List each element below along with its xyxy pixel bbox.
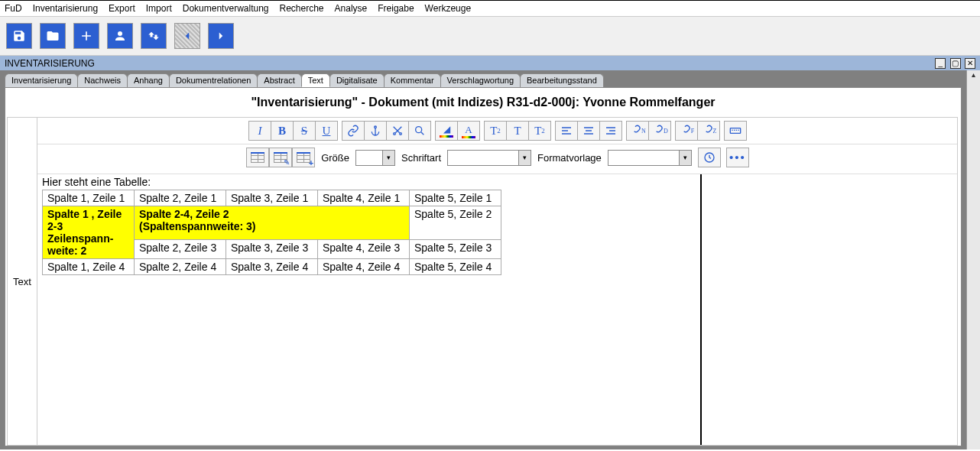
tab-bearbeitungsstand[interactable]: Bearbeitungsstand	[520, 73, 604, 87]
strikethrough-button[interactable]: S	[293, 121, 316, 141]
add-button[interactable]	[73, 23, 99, 49]
menubar: FuD Inventarisierung Export Import Dokum…	[0, 1, 980, 16]
table-row: Spalte 1, Zeile 1 Spalte 2, Zeile 1 Spal…	[43, 190, 501, 206]
svg-rect-4	[730, 128, 740, 134]
table-row: Spalte 1, Zeile 4 Spalte 2, Zeile 4 Spal…	[43, 259, 501, 275]
style-label: Formatvorlage	[537, 152, 602, 164]
editor-toolbar-row2: ✎ + Größe ▾ Schriftart ▾ Formatvorlage ▾…	[37, 144, 957, 174]
svg-rect-6	[734, 130, 735, 131]
tab-strip: Inventarisierung Nachweis Anhang Dokumen…	[5, 73, 962, 87]
tab-abstract[interactable]: Abstract	[257, 73, 301, 87]
menu-analyse[interactable]: Analyse	[335, 3, 368, 14]
editor-toolbar: I B S U ◢ A	[37, 118, 957, 144]
tab-verschlagwortung[interactable]: Verschlagwortung	[440, 73, 521, 87]
italic-button[interactable]: I	[248, 121, 271, 141]
table-cell[interactable]: Spalte 5, Zeile 4	[410, 259, 501, 275]
link-d-button[interactable]: D	[648, 121, 671, 141]
tab-text[interactable]: Text	[301, 73, 330, 87]
menu-werkzeuge[interactable]: Werkzeuge	[425, 3, 471, 14]
align-center-button[interactable]	[577, 121, 600, 141]
left-text-label: Text	[7, 117, 37, 446]
menu-inventarisierung[interactable]: Inventarisierung	[33, 3, 98, 14]
align-left-button[interactable]	[555, 121, 578, 141]
cut-button[interactable]	[386, 121, 409, 141]
text-color-button[interactable]: A	[457, 121, 480, 141]
document-title: "Inventarisierung" - Dokument (mit Indiz…	[8, 91, 958, 117]
svg-point-2	[400, 133, 402, 135]
open-button[interactable]	[40, 23, 66, 49]
font-label: Schriftart	[401, 152, 441, 164]
normal-text-button[interactable]: T	[506, 121, 529, 141]
table-cell[interactable]: Spalte 4, Zeile 3	[318, 240, 410, 259]
table-cell-rowspan[interactable]: Spalte 1 , Zeile 2-3 Zeilenspann-weite: …	[43, 206, 135, 259]
subscript-button[interactable]: T2	[484, 121, 507, 141]
svg-point-3	[416, 127, 422, 133]
size-label: Größe	[321, 152, 349, 164]
table-cell[interactable]: Spalte 1, Zeile 1	[43, 190, 135, 206]
edit-table-button[interactable]: ✎	[269, 148, 292, 167]
search-button[interactable]	[408, 121, 431, 141]
style-select[interactable]: ▾	[608, 150, 692, 166]
main-toolbar	[0, 16, 980, 56]
menu-dokumentverwaltung[interactable]: Dokumentverwaltung	[183, 3, 269, 14]
vertical-scrollbar[interactable]: ▴	[966, 70, 980, 449]
tab-nachweis[interactable]: Nachweis	[77, 73, 128, 87]
size-select[interactable]: ▾	[355, 150, 395, 166]
save-button[interactable]	[6, 23, 32, 49]
link-f-button[interactable]: F	[675, 121, 698, 141]
superscript-button[interactable]: T2	[528, 121, 551, 141]
scroll-up-icon[interactable]: ▴	[972, 70, 975, 79]
bold-button[interactable]: B	[271, 121, 294, 141]
table-cell[interactable]: Spalte 3, Zeile 1	[226, 190, 318, 206]
table-cell[interactable]: Spalte 4, Zeile 1	[318, 190, 410, 206]
table-cell[interactable]: Spalte 5, Zeile 1	[410, 190, 501, 206]
back-button[interactable]	[174, 23, 200, 49]
tab-inventarisierung[interactable]: Inventarisierung	[5, 73, 78, 87]
align-right-button[interactable]	[599, 121, 622, 141]
keyboard-button[interactable]	[724, 121, 747, 141]
table-cell[interactable]: Spalte 2, Zeile 3	[135, 240, 226, 259]
table-cell-colspan[interactable]: Spalte 2-4, Zeile 2 (Spaltenspannweite: …	[135, 206, 410, 240]
menu-import[interactable]: Import	[146, 3, 172, 14]
tab-digitalisate[interactable]: Digitalisate	[329, 73, 385, 87]
panel-titlebar: INVENTARISIERUNG _ ▢ ✕	[0, 56, 980, 70]
table-cell[interactable]: Spalte 5, Zeile 3	[410, 240, 501, 259]
user-button[interactable]	[107, 23, 133, 49]
clock-button[interactable]	[698, 148, 721, 167]
tab-kommentar[interactable]: Kommentar	[384, 73, 441, 87]
svg-rect-8	[738, 130, 738, 131]
forward-button[interactable]	[208, 23, 234, 49]
table-add-row-button[interactable]: +	[292, 148, 315, 167]
insert-table-button[interactable]	[246, 148, 269, 167]
menu-export[interactable]: Export	[109, 3, 135, 14]
table-cell[interactable]: Spalte 3, Zeile 4	[226, 259, 318, 275]
more-button[interactable]: •••	[726, 148, 749, 167]
editor-content[interactable]: Hier steht eine Tabelle: Spalte 1, Zeile…	[37, 174, 957, 445]
menu-recherche[interactable]: Recherche	[280, 3, 324, 14]
underline-button[interactable]: U	[315, 121, 338, 141]
link-button[interactable]	[342, 121, 365, 141]
panel-close-icon[interactable]: ✕	[965, 58, 975, 69]
tab-anhang[interactable]: Anhang	[127, 73, 170, 87]
link-z-button[interactable]: Z	[697, 121, 720, 141]
table-cell[interactable]: Spalte 2, Zeile 4	[135, 259, 226, 275]
font-select[interactable]: ▾	[447, 150, 531, 166]
link-n-button[interactable]: N	[626, 121, 649, 141]
table-cell[interactable]: Spalte 4, Zeile 4	[318, 259, 410, 275]
swap-button[interactable]	[141, 23, 167, 49]
panel-title-text: INVENTARISIERUNG	[5, 58, 95, 69]
menu-fud[interactable]: FuD	[5, 3, 22, 14]
table-cell[interactable]: Spalte 5, Zeile 2	[410, 206, 501, 240]
tab-dokumentrelationen[interactable]: Dokumentrelationen	[169, 73, 258, 87]
panel-minimize-icon[interactable]: _	[935, 58, 946, 69]
panel-window-controls: _ ▢ ✕	[933, 57, 975, 69]
highlight-color-button[interactable]: ◢	[435, 121, 458, 141]
panel-restore-icon[interactable]: ▢	[950, 58, 961, 69]
table-cell[interactable]: Spalte 2, Zeile 1	[135, 190, 226, 206]
svg-point-1	[394, 133, 396, 135]
menu-freigabe[interactable]: Freigabe	[378, 3, 414, 14]
table-cell[interactable]: Spalte 3, Zeile 3	[226, 240, 318, 259]
svg-point-0	[375, 126, 377, 128]
table-cell[interactable]: Spalte 1, Zeile 4	[43, 259, 135, 275]
anchor-button[interactable]	[364, 121, 387, 141]
